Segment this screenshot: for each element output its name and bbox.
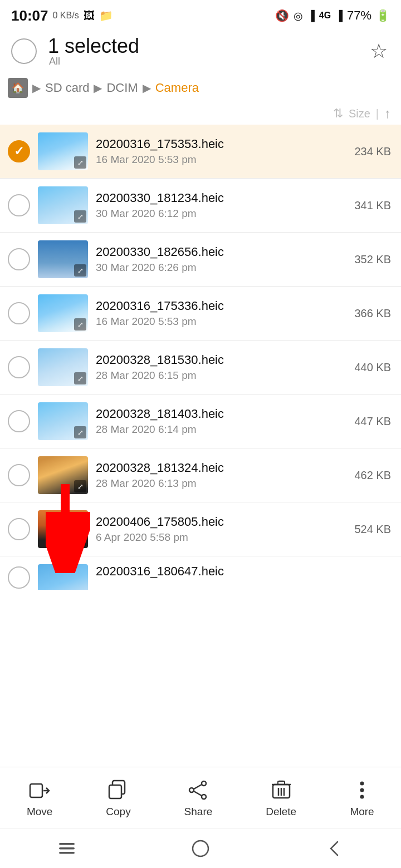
file-size: 352 KB xyxy=(354,253,391,266)
move-label: Move xyxy=(27,806,52,818)
file-radio[interactable] xyxy=(8,140,30,162)
file-size: 447 KB xyxy=(354,415,391,428)
file-info: 20200330_181234.heic 30 Mar 2020 6:12 pm xyxy=(96,191,346,220)
file-radio[interactable] xyxy=(8,410,30,432)
file-thumbnail: ⤢ xyxy=(38,510,88,548)
share-button[interactable]: Share xyxy=(184,778,213,818)
expand-icon: ⤢ xyxy=(74,426,86,438)
nav-back-button[interactable] xyxy=(312,835,356,862)
wifi-icon: ◎ xyxy=(294,9,303,22)
file-name: 20200316_180647.heic xyxy=(96,564,391,579)
selection-title: 1 selected xyxy=(48,36,139,56)
svg-rect-14 xyxy=(278,781,285,785)
copy-icon xyxy=(106,778,131,802)
file-radio[interactable] xyxy=(8,248,30,270)
more-button[interactable]: More xyxy=(350,778,374,818)
expand-icon: ⤢ xyxy=(74,318,86,331)
svg-point-8 xyxy=(202,795,206,799)
nav-bar xyxy=(0,828,401,868)
file-radio[interactable] xyxy=(8,302,30,324)
svg-rect-21 xyxy=(59,843,75,845)
header: 1 selected All ☆ xyxy=(0,29,401,73)
sort-label[interactable]: Size xyxy=(349,107,370,120)
file-item[interactable]: ⤢ 20200316_175353.heic 16 Mar 2020 5:53 … xyxy=(0,125,401,179)
file-date: 6 Apr 2020 5:58 pm xyxy=(96,531,346,544)
expand-icon: ⤢ xyxy=(74,534,86,546)
file-thumbnail: ⤢ xyxy=(38,240,88,278)
delete-button[interactable]: Delete xyxy=(266,778,296,818)
file-name: 20200328_181530.heic xyxy=(96,353,346,367)
file-size: 524 KB xyxy=(354,523,391,536)
svg-point-20 xyxy=(360,795,364,798)
file-radio[interactable] xyxy=(8,518,30,540)
delete-icon xyxy=(269,778,294,802)
svg-point-19 xyxy=(360,788,364,792)
breadcrumb-arrow-1: ▶ xyxy=(32,81,41,95)
copy-button[interactable]: Copy xyxy=(106,778,130,818)
file-item[interactable]: ⤢ 20200330_181234.heic 30 Mar 2020 6:12 … xyxy=(0,179,401,233)
file-radio[interactable] xyxy=(8,194,30,216)
file-thumbnail: ⤢ xyxy=(38,132,88,170)
breadcrumb-sdcard[interactable]: SD card xyxy=(45,81,89,95)
selected-count: 1 xyxy=(48,34,59,57)
file-name: 20200406_175805.heic xyxy=(96,515,346,529)
file-radio[interactable] xyxy=(8,356,30,378)
expand-icon: ⤢ xyxy=(74,156,86,169)
file-size: 341 KB xyxy=(354,199,391,212)
gallery-icon: 🖼 xyxy=(84,9,95,22)
signal-icon: ▐ xyxy=(307,10,315,22)
file-item[interactable]: ⤢ 20200328_181324.heic 28 Mar 2020 6:13 … xyxy=(0,448,401,502)
svg-point-7 xyxy=(189,788,194,792)
file-name: 20200316_175336.heic xyxy=(96,299,346,313)
file-info: 20200316_175336.heic 16 Mar 2020 5:53 pm xyxy=(96,299,346,328)
mute-icon: 🔇 xyxy=(275,9,289,22)
file-item[interactable]: ⤢ 20200316_175336.heic 16 Mar 2020 5:53 … xyxy=(0,287,401,341)
share-icon-svg xyxy=(188,780,208,800)
file-item[interactable]: ⤢ 20200330_182656.heic 30 Mar 2020 6:26 … xyxy=(0,233,401,287)
signal2-icon: ▐ xyxy=(335,10,343,22)
file-radio[interactable] xyxy=(8,566,30,589)
file-date: 28 Mar 2020 6:14 pm xyxy=(96,423,346,436)
nav-menu-button[interactable] xyxy=(45,835,89,862)
file-info: 20200328_181403.heic 28 Mar 2020 6:14 pm xyxy=(96,407,346,436)
sort-icon[interactable]: ⇅ xyxy=(333,106,343,121)
move-icon xyxy=(27,778,52,802)
file-info: 20200328_181530.heic 28 Mar 2020 6:15 pm xyxy=(96,353,346,382)
file-item[interactable]: ⤢ 20200328_181403.heic 28 Mar 2020 6:14 … xyxy=(0,394,401,448)
file-info: 20200330_182656.heic 30 Mar 2020 6:26 pm xyxy=(96,245,346,274)
nav-home-icon xyxy=(190,839,211,859)
breadcrumb-dcim[interactable]: DCIM xyxy=(106,81,138,95)
file-item-partial[interactable]: 20200316_180647.heic xyxy=(0,556,401,590)
star-button[interactable]: ☆ xyxy=(370,40,388,63)
file-radio[interactable] xyxy=(8,464,30,486)
svg-rect-5 xyxy=(109,785,121,798)
sort-direction-icon[interactable]: ↑ xyxy=(384,106,391,121)
nav-back-icon xyxy=(326,839,342,859)
file-thumbnail: ⤢ xyxy=(38,348,88,386)
status-right: 🔇 ◎ ▐ 4G ▐ 77% 🔋 xyxy=(275,8,390,23)
move-icon-svg xyxy=(29,780,50,801)
select-all-button[interactable] xyxy=(11,38,37,64)
share-label: Share xyxy=(184,806,213,818)
status-left: 10:07 0 KB/s 🖼 📁 xyxy=(11,7,113,24)
file-name: 20200328_181403.heic xyxy=(96,407,346,421)
breadcrumb-camera[interactable]: Camera xyxy=(155,81,199,95)
file-list: ⤢ 20200316_175353.heic 16 Mar 2020 5:53 … xyxy=(0,125,401,590)
breadcrumb-home[interactable]: 🏠 xyxy=(8,78,28,98)
file-name: 20200328_181324.heic xyxy=(96,461,346,475)
svg-point-24 xyxy=(193,841,208,856)
file-item[interactable]: ⤢ 20200328_181530.heic 28 Mar 2020 6:15 … xyxy=(0,341,401,394)
move-button[interactable]: Move xyxy=(27,778,52,818)
file-info: 20200328_181324.heic 28 Mar 2020 6:13 pm xyxy=(96,461,346,490)
file-size: 234 KB xyxy=(354,145,391,158)
nav-home-button[interactable] xyxy=(178,835,223,862)
home-icon: 🏠 xyxy=(12,82,24,94)
expand-icon: ⤢ xyxy=(74,264,86,277)
file-size: 366 KB xyxy=(354,307,391,320)
file-name: 20200330_182656.heic xyxy=(96,245,346,259)
breadcrumb-arrow-3: ▶ xyxy=(143,81,151,95)
expand-icon: ⤢ xyxy=(74,480,86,492)
breadcrumb: 🏠 ▶ SD card ▶ DCIM ▶ Camera xyxy=(0,73,401,102)
file-item[interactable]: ⤢ 20200406_175805.heic 6 Apr 2020 5:58 p… xyxy=(0,502,401,556)
more-icon-svg xyxy=(359,780,365,800)
